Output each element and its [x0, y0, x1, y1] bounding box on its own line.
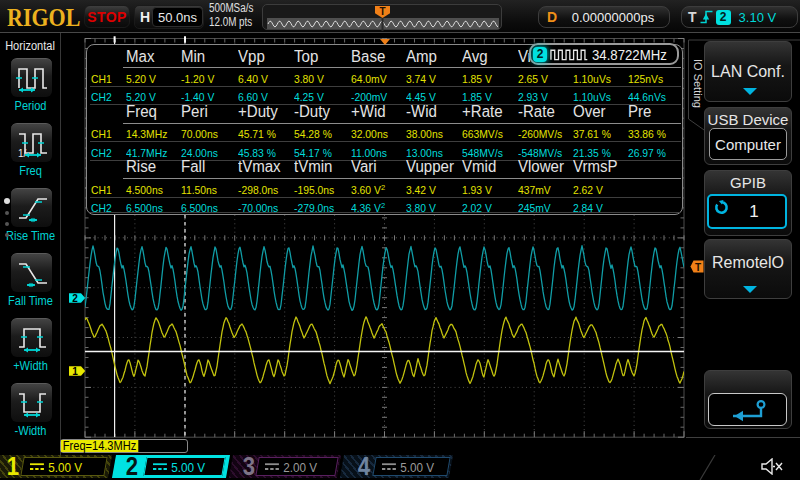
svg-text:1/: 1/ [18, 148, 27, 159]
svg-text:2: 2 [72, 293, 78, 304]
svg-text:1: 1 [72, 366, 78, 377]
svg-text:T: T [695, 262, 701, 273]
